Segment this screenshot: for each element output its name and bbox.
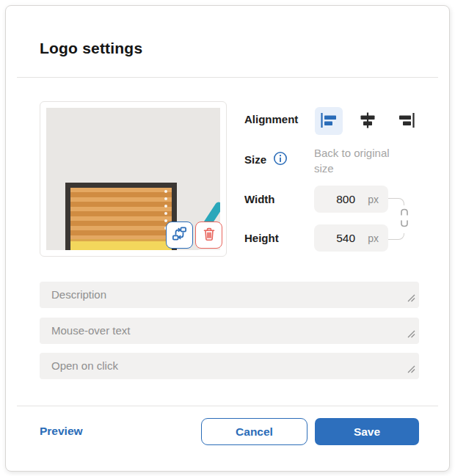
align-right-icon — [397, 111, 416, 132]
height-field: px — [314, 224, 388, 252]
resize-handle-icon[interactable] — [407, 292, 415, 305]
illustration-sill — [70, 239, 172, 250]
size-label: Size — [244, 153, 266, 166]
dialog-title: Logo settings — [40, 40, 142, 57]
save-button[interactable]: Save — [315, 418, 419, 445]
footer-divider — [17, 406, 438, 406]
align-center-icon — [358, 111, 377, 132]
broken-chain-icon — [399, 208, 410, 231]
delete-image-button[interactable] — [195, 221, 222, 249]
logo-preview-frame — [40, 101, 227, 257]
illustration-blinds — [70, 188, 172, 239]
resize-handle-icon[interactable] — [407, 328, 415, 341]
align-center-button[interactable] — [354, 107, 382, 135]
info-icon[interactable] — [272, 150, 288, 166]
width-unit: px — [368, 194, 379, 205]
logo-settings-dialog: Logo settings — [5, 5, 450, 472]
back-to-original-size-action[interactable]: Back to original size — [314, 145, 402, 176]
alignment-label: Alignment — [244, 113, 298, 125]
width-input[interactable] — [324, 193, 368, 206]
header-divider — [17, 77, 438, 78]
mouseover-field-wrap — [40, 318, 419, 344]
height-input[interactable] — [324, 232, 368, 245]
open-on-click-field-wrap — [40, 353, 419, 379]
logo-preview-image — [46, 108, 220, 250]
description-field-wrap — [40, 282, 419, 308]
height-unit: px — [368, 232, 379, 244]
description-textarea[interactable] — [40, 282, 419, 308]
align-left-button[interactable] — [315, 107, 343, 135]
alignment-button-group — [315, 107, 421, 135]
width-label: Width — [244, 193, 275, 205]
resize-handle-icon[interactable] — [407, 363, 415, 376]
open-on-click-textarea[interactable] — [40, 353, 419, 379]
swap-arrows-icon — [171, 225, 188, 245]
width-field: px — [314, 186, 388, 213]
preview-link[interactable]: Preview — [40, 425, 83, 438]
align-left-icon — [319, 111, 338, 132]
mouseover-textarea[interactable] — [40, 318, 419, 344]
height-label: Height — [244, 232, 279, 244]
aspect-ratio-lock-toggle[interactable] — [396, 205, 413, 233]
replace-image-button[interactable] — [166, 221, 193, 249]
trash-icon — [201, 226, 217, 245]
illustration-window — [65, 183, 177, 250]
align-right-button[interactable] — [393, 107, 421, 135]
cancel-button[interactable]: Cancel — [201, 418, 307, 445]
